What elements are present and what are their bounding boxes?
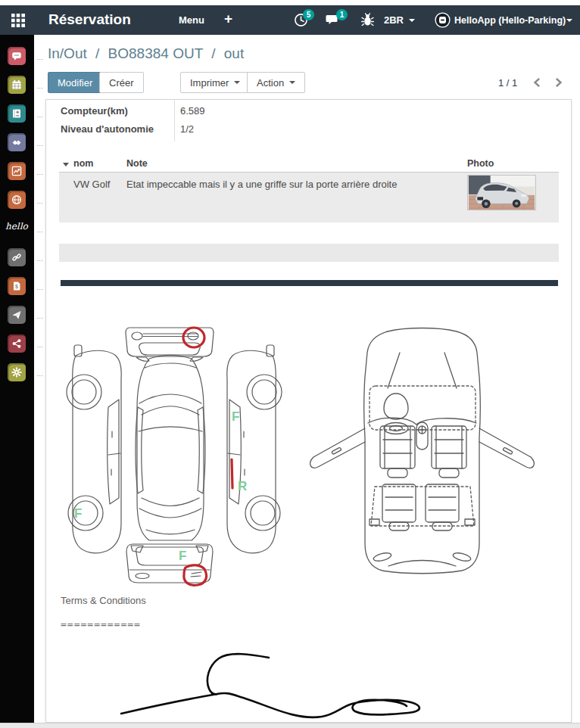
sidebar-label: … [36,54,44,61]
pager-value: 1 / 1 [498,77,517,89]
damage-diagram: F R F F [64,318,284,590]
user-avatar[interactable] [435,12,451,28]
user-menu-caret-icon [566,19,572,22]
column-header-note[interactable]: Note [126,158,148,169]
sidebar-label: … [36,255,44,263]
caret-down-icon [234,81,240,84]
company-caret-icon [409,19,415,22]
field-value-autonomie: 1/2 [180,123,194,135]
creer-button[interactable]: Créer [99,72,144,93]
label-side-front: F [232,409,239,424]
new-record-button[interactable]: + [224,11,232,27]
notes-table-header: nom Note Photo [59,157,559,173]
empty-section-placeholder [59,244,559,262]
handshake-icon [8,133,26,151]
app-title: Réservation [48,11,131,28]
globe-icon [8,191,26,209]
gear-icon [8,363,26,381]
sidebar-label: … [36,313,44,320]
calendar-icon [8,76,26,94]
contact-book-icon [8,104,26,123]
top-view [136,356,205,541]
activities-badge: 5 [303,9,314,20]
menu-button[interactable]: Menu [179,14,204,26]
label-side-rear: R [238,479,247,493]
pager-previous-icon[interactable] [529,74,545,91]
breadcrumb-current: out [224,45,244,61]
top-navbar: Réservation Menu + 5 1 [0,5,580,35]
share-network-icon [8,334,26,353]
column-header-photo[interactable]: Photo [467,158,494,169]
field-column-divider [174,100,175,142]
apps-grid-icon[interactable] [11,13,26,28]
hello-logo: hello [5,221,28,232]
field-label-autonomie: Niveau d'autonomie [61,123,154,135]
bottom-scroll-strip[interactable] [0,723,580,728]
action-label: Action [257,77,284,89]
red-line-rear-door [232,459,232,488]
svg-text:$: $ [15,284,18,290]
label-wheel-front: F [74,506,82,521]
signature [108,642,434,725]
paper-plane-icon [8,306,26,324]
sidebar-label: … [36,82,44,90]
right-side-view [227,345,282,553]
report-divider-rule [61,280,558,286]
sidebar-label: … [36,111,44,119]
breadcrumb-record[interactable]: BO88384 OUT [108,45,203,61]
terms-title: Terms & Conditions [61,595,146,606]
interior-diagram [303,316,572,585]
sidebar-label: … [36,341,44,349]
imprimer-button[interactable]: Imprimer [180,72,250,93]
sidebar-label: … [36,284,44,291]
rear-view [126,544,213,583]
caret-down-icon [289,81,295,84]
red-circle-front-headlight [183,328,204,347]
pager-next-icon[interactable] [550,74,567,91]
imprimer-label: Imprimer [190,77,229,89]
invoice-document-icon: $ [8,277,26,295]
field-label-compteur: Compteur(km) [61,105,128,117]
rear-seats [370,484,475,530]
sidebar-label: … [36,198,44,205]
breadcrumb-separator: / [95,45,99,61]
vehicle-photo[interactable] [467,175,536,210]
page: Réservation Menu + 5 1 [0,0,580,728]
notes-table-row[interactable]: VW Golf Etat impeccable mais il y a une … [59,173,559,222]
debug-bug-icon[interactable] [361,13,374,27]
sidebar-item-calendar[interactable]: … [0,76,53,97]
modifier-button[interactable]: Modifier [48,72,102,93]
field-value-compteur: 6.589 [180,105,205,117]
open-doors [310,428,535,468]
breadcrumb-separator: / [211,45,215,61]
cell-note: Etat impeccable mais il y a une griffe s… [126,179,452,190]
action-button[interactable]: Action [247,72,305,93]
sidebar-label: … [36,226,44,234]
sidebar-label: … [36,140,44,148]
terms-separator: ============ [61,618,141,630]
sidebar-label: … [36,169,44,176]
sidebar-item-discuss[interactable]: … [0,47,53,68]
breadcrumb: In/Out / BO88384 OUT / out [48,45,244,62]
cell-nom: VW Golf [73,179,110,190]
chain-link-icon [8,248,26,266]
sort-desc-icon [63,163,69,166]
line-chart-icon [8,162,26,180]
column-header-nom[interactable]: nom [63,158,93,169]
chat-bubble-icon [8,47,26,65]
user-menu[interactable]: HelloApp (Hello-Parking) [454,15,566,26]
messages-badge: 1 [336,9,348,20]
red-scribble-rear-bumper [184,565,207,586]
breadcrumb-in-out[interactable]: In/Out [48,45,87,61]
sidebar-label: … [36,370,44,378]
gear-console [416,422,428,450]
left-side-view [67,345,121,553]
label-rear-front: F [179,549,186,563]
company-switcher[interactable]: 2BR [384,14,404,26]
car-outline [364,328,481,574]
app-sidebar: … … … … … [0,35,34,723]
